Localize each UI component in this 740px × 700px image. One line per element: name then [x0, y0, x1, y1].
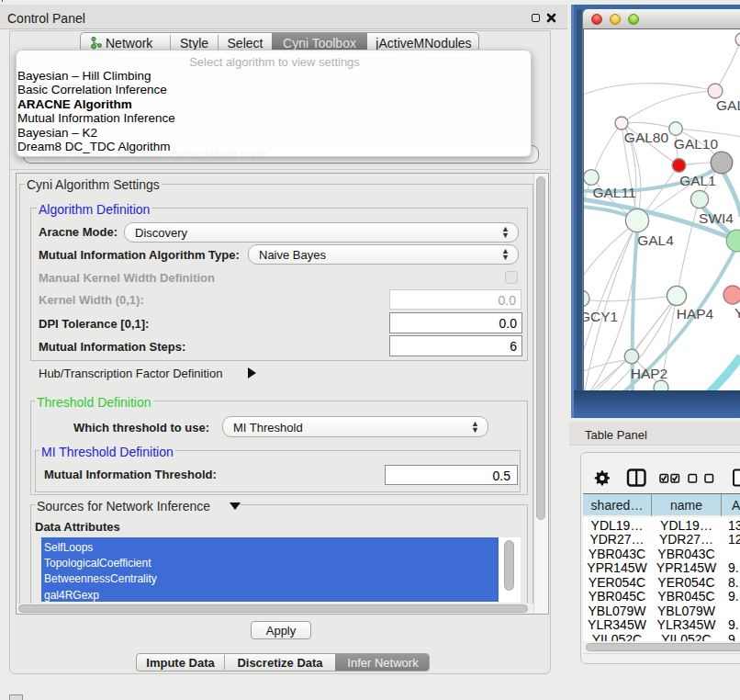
svg-text:GAL: GAL — [716, 97, 740, 113]
svg-text:GAL11: GAL11 — [592, 185, 635, 200]
svg-text:HAP2: HAP2 — [631, 366, 668, 381]
svg-text:GAL10: GAL10 — [674, 136, 719, 152]
svg-text:GCY1: GCY1 — [584, 309, 618, 324]
svg-text:GAL1: GAL1 — [679, 173, 716, 188]
svg-text:SWI4: SWI4 — [699, 210, 734, 226]
svg-text:GAL4: GAL4 — [637, 232, 674, 248]
svg-text:GAL80: GAL80 — [624, 130, 669, 145]
svg-text:HAP4: HAP4 — [677, 306, 714, 322]
svg-text:Y: Y — [734, 305, 740, 321]
